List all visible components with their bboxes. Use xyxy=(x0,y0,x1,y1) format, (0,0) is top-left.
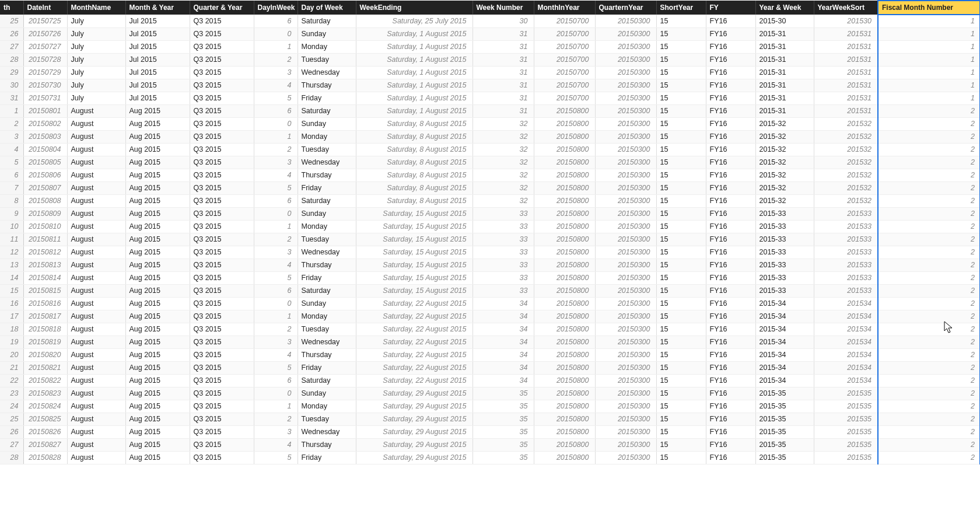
cell-fiscal_month[interactable]: 1 xyxy=(878,27,980,40)
cell-rownum[interactable]: 12 xyxy=(0,246,23,259)
cell-quarter_in_yr[interactable]: 20150300 xyxy=(595,297,656,310)
cell-dateint[interactable]: 20150727 xyxy=(23,40,67,53)
cell-day_in_week[interactable]: 4 xyxy=(254,438,298,451)
cell-dateint[interactable]: 20150814 xyxy=(23,271,67,284)
cell-week_ending[interactable]: Saturday, 22 August 2015 xyxy=(356,361,473,374)
cell-day_in_week[interactable]: 2 xyxy=(254,53,298,66)
column-header-week_number[interactable]: Week Number xyxy=(473,1,534,15)
cell-year_wk_sort[interactable]: 201533 xyxy=(814,233,878,246)
cell-rownum[interactable]: 27 xyxy=(0,438,23,451)
cell-month_name[interactable]: August xyxy=(67,310,125,323)
cell-month_year[interactable]: Jul 2015 xyxy=(125,79,190,92)
cell-quarter_year[interactable]: Q3 2015 xyxy=(190,53,254,66)
cell-fy[interactable]: FY16 xyxy=(706,207,755,220)
cell-fiscal_month[interactable]: 2 xyxy=(878,387,980,400)
cell-month_year[interactable]: Aug 2015 xyxy=(125,438,190,451)
cell-month_in_year[interactable]: 20150800 xyxy=(534,181,595,194)
cell-week_number[interactable]: 33 xyxy=(473,207,534,220)
cell-short_year[interactable]: 15 xyxy=(656,336,706,348)
cell-month_name[interactable]: August xyxy=(67,425,125,438)
cell-month_name[interactable]: August xyxy=(67,169,125,181)
cell-day_in_week[interactable]: 5 xyxy=(254,92,298,104)
cell-year_week[interactable]: 2015-34 xyxy=(755,374,814,387)
cell-rownum[interactable]: 25 xyxy=(0,15,23,27)
cell-month_year[interactable]: Aug 2015 xyxy=(125,387,190,400)
cell-short_year[interactable]: 15 xyxy=(656,169,706,181)
cell-fiscal_month[interactable]: 2 xyxy=(878,259,980,271)
cell-dateint[interactable]: 20150806 xyxy=(23,169,67,181)
cell-quarter_year[interactable]: Q3 2015 xyxy=(190,259,254,271)
cell-fiscal_month[interactable]: 2 xyxy=(878,310,980,323)
cell-dateint[interactable]: 20150808 xyxy=(23,194,67,207)
cell-month_name[interactable]: August xyxy=(67,323,125,336)
cell-short_year[interactable]: 15 xyxy=(656,117,706,130)
cell-day_in_week[interactable]: 6 xyxy=(254,104,298,117)
cell-week_number[interactable]: 31 xyxy=(473,66,534,79)
cell-year_week[interactable]: 2015-32 xyxy=(755,156,814,169)
cell-quarter_in_yr[interactable]: 20150300 xyxy=(595,259,656,271)
cell-rownum[interactable]: 11 xyxy=(0,233,23,246)
cell-year_wk_sort[interactable]: 201534 xyxy=(814,323,878,336)
cell-day_of_week[interactable]: Thursday xyxy=(298,348,356,361)
cell-week_ending[interactable]: Saturday, 8 August 2015 xyxy=(356,194,473,207)
cell-year_wk_sort[interactable]: 201531 xyxy=(814,53,878,66)
cell-year_wk_sort[interactable]: 201532 xyxy=(814,143,878,156)
table-row[interactable]: 3120150731JulyJul 2015Q3 20155FridaySatu… xyxy=(0,92,980,104)
cell-fy[interactable]: FY16 xyxy=(706,79,755,92)
cell-quarter_in_yr[interactable]: 20150300 xyxy=(595,348,656,361)
cell-month_name[interactable]: August xyxy=(67,207,125,220)
cell-year_week[interactable]: 2015-33 xyxy=(755,246,814,259)
cell-day_of_week[interactable]: Monday xyxy=(298,310,356,323)
table-row[interactable]: 1820150818AugustAug 2015Q3 20152TuesdayS… xyxy=(0,323,980,336)
cell-year_wk_sort[interactable]: 201531 xyxy=(814,79,878,92)
cell-dateint[interactable]: 20150824 xyxy=(23,400,67,413)
cell-quarter_year[interactable]: Q3 2015 xyxy=(190,207,254,220)
cell-year_week[interactable]: 2015-33 xyxy=(755,284,814,297)
cell-week_ending[interactable]: Saturday, 15 August 2015 xyxy=(356,246,473,259)
cell-month_year[interactable]: Aug 2015 xyxy=(125,207,190,220)
cell-month_year[interactable]: Aug 2015 xyxy=(125,169,190,181)
table-row[interactable]: 1220150812AugustAug 2015Q3 20153Wednesda… xyxy=(0,246,980,259)
cell-day_in_week[interactable]: 5 xyxy=(254,451,298,464)
cell-quarter_in_yr[interactable]: 20150300 xyxy=(595,220,656,233)
cell-year_wk_sort[interactable]: 201535 xyxy=(814,425,878,438)
cell-year_wk_sort[interactable]: 201535 xyxy=(814,400,878,413)
cell-month_year[interactable]: Aug 2015 xyxy=(125,413,190,425)
column-header-month_in_year[interactable]: MonthInYear xyxy=(534,1,595,15)
cell-month_year[interactable]: Jul 2015 xyxy=(125,53,190,66)
cell-month_in_year[interactable]: 20150800 xyxy=(534,156,595,169)
cell-quarter_year[interactable]: Q3 2015 xyxy=(190,40,254,53)
cell-fy[interactable]: FY16 xyxy=(706,271,755,284)
cell-rownum[interactable]: 23 xyxy=(0,387,23,400)
cell-month_name[interactable]: July xyxy=(67,79,125,92)
cell-month_name[interactable]: August xyxy=(67,336,125,348)
cell-month_name[interactable]: August xyxy=(67,413,125,425)
cell-year_wk_sort[interactable]: 201531 xyxy=(814,27,878,40)
cell-day_of_week[interactable]: Friday xyxy=(298,451,356,464)
cell-month_year[interactable]: Jul 2015 xyxy=(125,15,190,27)
cell-fiscal_month[interactable]: 2 xyxy=(878,451,980,464)
cell-month_name[interactable]: July xyxy=(67,40,125,53)
cell-quarter_year[interactable]: Q3 2015 xyxy=(190,181,254,194)
cell-fy[interactable]: FY16 xyxy=(706,130,755,143)
cell-quarter_year[interactable]: Q3 2015 xyxy=(190,451,254,464)
cell-year_wk_sort[interactable]: 201531 xyxy=(814,92,878,104)
cell-fiscal_month[interactable]: 2 xyxy=(878,181,980,194)
cell-fy[interactable]: FY16 xyxy=(706,156,755,169)
cell-rownum[interactable]: 15 xyxy=(0,284,23,297)
cell-dateint[interactable]: 20150802 xyxy=(23,117,67,130)
cell-rownum[interactable]: 19 xyxy=(0,336,23,348)
cell-week_ending[interactable]: Saturday, 8 August 2015 xyxy=(356,181,473,194)
cell-day_of_week[interactable]: Tuesday xyxy=(298,53,356,66)
cell-short_year[interactable]: 15 xyxy=(656,400,706,413)
calendar-table[interactable]: thDateIntMonthNameMonth & YearQuarter & … xyxy=(0,0,980,464)
cell-fy[interactable]: FY16 xyxy=(706,53,755,66)
cell-week_ending[interactable]: Saturday, 22 August 2015 xyxy=(356,310,473,323)
cell-dateint[interactable]: 20150827 xyxy=(23,438,67,451)
cell-year_week[interactable]: 2015-35 xyxy=(755,413,814,425)
column-header-quarter_year[interactable]: Quarter & Year xyxy=(190,1,254,15)
cell-short_year[interactable]: 15 xyxy=(656,104,706,117)
cell-year_week[interactable]: 2015-35 xyxy=(755,387,814,400)
cell-year_week[interactable]: 2015-35 xyxy=(755,438,814,451)
cell-month_year[interactable]: Aug 2015 xyxy=(125,310,190,323)
